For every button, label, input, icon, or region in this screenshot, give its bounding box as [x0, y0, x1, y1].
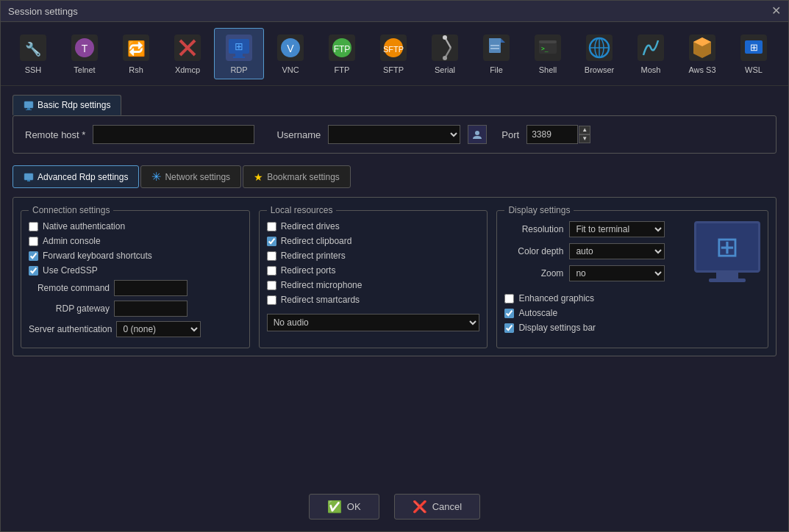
protocol-sftp[interactable]: SFTP SFTP: [368, 28, 418, 79]
admin-console-row: Admin console: [29, 236, 242, 246]
color-depth-row: Color depth auto 8 16 24 32: [504, 243, 671, 259]
remote-command-input[interactable]: [114, 280, 188, 296]
resolution-label: Resolution: [504, 224, 563, 234]
remote-host-input[interactable]: [93, 125, 254, 144]
settings-columns: Connection settings Native authenticatio…: [21, 205, 768, 348]
ftp-icon: FTP: [327, 33, 357, 62]
monitor-stand: [716, 273, 738, 278]
connection-settings-legend: Connection settings: [29, 205, 113, 215]
buttons-bar: ✅ OK ❌ Cancel: [1, 481, 788, 531]
shell-icon: >_: [533, 33, 563, 62]
dialog-title: Session settings: [8, 6, 78, 17]
xdmcp-label: Xdmcp: [175, 65, 200, 74]
enhanced-graphics-checkbox[interactable]: [504, 294, 514, 303]
protocol-vnc[interactable]: V VNC: [265, 28, 315, 79]
basic-tab-bar: Basic Rdp settings: [13, 95, 776, 115]
protocol-bar: 🔧 SSH T Telnet 🔁: [1, 22, 788, 86]
color-depth-label: Color depth: [504, 246, 563, 256]
local-resources-group: Local resources Redirect drives Redirect…: [259, 205, 488, 348]
ok-button[interactable]: ✅ OK: [309, 494, 379, 520]
ssh-label: SSH: [25, 65, 42, 74]
protocol-rsh[interactable]: 🔁 Rsh: [111, 28, 161, 79]
redirect-clipboard-row: Redirect clipboard: [267, 236, 480, 246]
redirect-printers-checkbox[interactable]: [267, 251, 276, 261]
redirect-smartcards-checkbox[interactable]: [267, 295, 276, 305]
enhanced-graphics-row: Enhanced graphics: [504, 293, 671, 303]
remote-host-label: Remote host *: [25, 129, 85, 140]
tab-basic-rdp[interactable]: Basic Rdp settings: [13, 95, 121, 115]
protocol-xdmcp[interactable]: Xdmcp: [163, 28, 213, 79]
autoscale-checkbox[interactable]: [504, 309, 514, 318]
protocol-shell[interactable]: >_ Shell: [523, 28, 573, 79]
remote-command-label: Remote command: [29, 283, 110, 293]
user-icon-button[interactable]: [468, 125, 487, 144]
redirect-microphone-row: Redirect microphone: [267, 280, 480, 290]
use-credssp-checkbox[interactable]: [29, 266, 38, 276]
vnc-icon: V: [276, 33, 305, 62]
use-credssp-label: Use CredSSP: [43, 265, 98, 276]
protocol-rdp[interactable]: ⊞ RDP: [214, 28, 264, 79]
protocol-file[interactable]: File: [471, 28, 521, 79]
protocol-ftp[interactable]: FTP FTP: [317, 28, 367, 79]
port-increment-button[interactable]: ▲: [579, 126, 590, 134]
protocol-awss3[interactable]: Aws S3: [677, 28, 727, 79]
bookmark-tab-icon: ★: [254, 171, 263, 183]
cancel-label: Cancel: [432, 501, 462, 512]
fwd-keyboard-checkbox[interactable]: [29, 251, 38, 261]
mosh-label: Mosh: [641, 65, 661, 74]
redirect-microphone-label: Redirect microphone: [281, 280, 363, 290]
display-settings-legend: Display settings: [504, 205, 574, 215]
protocol-telnet[interactable]: T Telnet: [60, 28, 110, 79]
protocol-mosh[interactable]: Mosh: [626, 28, 676, 79]
display-settings-bar-checkbox[interactable]: [504, 323, 514, 333]
port-input[interactable]: [526, 125, 578, 144]
zoom-select[interactable]: no yes: [569, 265, 665, 281]
username-select[interactable]: [328, 125, 460, 144]
server-auth-label: Server authentication: [29, 324, 112, 334]
svg-rect-33: [490, 45, 499, 46]
network-tab-icon: ✳: [151, 170, 161, 184]
redirect-drives-label: Redirect drives: [281, 221, 340, 231]
svg-point-28: [443, 56, 447, 60]
close-button[interactable]: ✕: [771, 5, 781, 17]
cancel-button[interactable]: ❌ Cancel: [394, 494, 480, 520]
admin-console-checkbox[interactable]: [29, 237, 38, 246]
redirect-clipboard-checkbox[interactable]: [267, 237, 276, 246]
rdp-label: RDP: [230, 65, 247, 74]
redirect-drives-checkbox[interactable]: [267, 222, 276, 231]
svg-rect-32: [489, 38, 501, 43]
tab-advanced-rdp[interactable]: Advanced Rdp settings: [13, 165, 139, 188]
tab-bookmark[interactable]: ★ Bookmark settings: [243, 165, 351, 188]
awss3-label: Aws S3: [688, 65, 715, 74]
port-decrement-button[interactable]: ▼: [579, 134, 590, 143]
protocol-browser[interactable]: Browser: [574, 28, 624, 79]
native-auth-row: Native authentication: [29, 221, 242, 231]
awss3-icon: [688, 33, 717, 62]
redirect-microphone-checkbox[interactable]: [267, 281, 276, 290]
display-settings-form: Resolution Fit to terminal 1024x768 1280…: [504, 221, 671, 337]
svg-text:V: V: [287, 43, 294, 54]
ftp-label: FTP: [335, 65, 350, 74]
svg-rect-53: [26, 109, 32, 110]
resolution-select[interactable]: Fit to terminal 1024x768 1280x720 1920x1…: [569, 221, 665, 237]
protocol-ssh[interactable]: 🔧 SSH: [8, 28, 58, 79]
audio-select[interactable]: No audio Play on server Play on client: [267, 314, 480, 331]
tab-network[interactable]: ✳ Network settings: [140, 165, 241, 188]
zoom-row: Zoom no yes: [504, 265, 671, 281]
cancel-icon: ❌: [413, 500, 427, 514]
network-tab-label: Network settings: [165, 172, 230, 182]
server-auth-row: Server authentication 0 (none) 1 (requir…: [29, 321, 242, 337]
svg-rect-37: [539, 40, 557, 43]
fwd-keyboard-row: Forward keyboard shortcuts: [29, 251, 242, 261]
rsh-icon: 🔁: [121, 33, 151, 62]
redirect-ports-checkbox[interactable]: [267, 266, 276, 276]
native-auth-label: Native authentication: [43, 221, 125, 231]
protocol-wsl[interactable]: ⊞ WSL: [729, 28, 779, 79]
color-depth-select[interactable]: auto 8 16 24 32: [569, 243, 665, 259]
rdp-gateway-input[interactable]: [114, 301, 188, 317]
protocol-serial[interactable]: Serial: [420, 28, 470, 79]
server-auth-select[interactable]: 0 (none) 1 (required) 2 (optional): [116, 321, 201, 337]
content-area: Basic Rdp settings Remote host * Usernam…: [1, 86, 788, 481]
display-settings-group: Display settings Resolution Fit to termi…: [496, 205, 768, 348]
native-auth-checkbox[interactable]: [29, 222, 38, 231]
